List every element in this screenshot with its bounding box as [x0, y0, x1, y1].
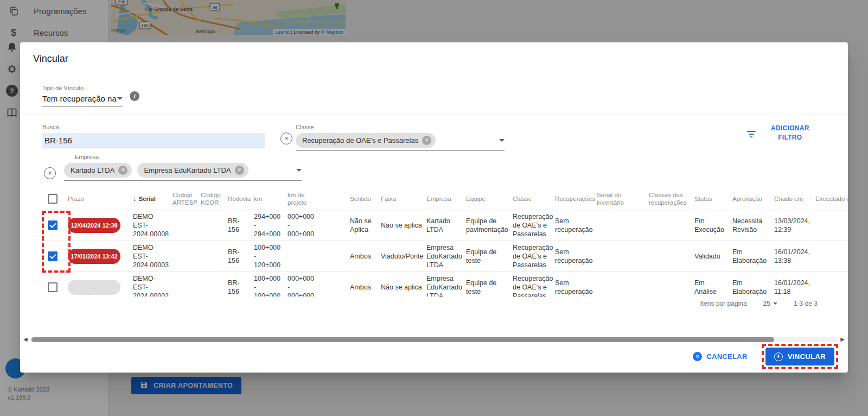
table-row[interactable]: - DEMO-EST- 2024.00002 BR- 156 100+000 -… [42, 272, 848, 297]
modal-footer: × CANCELAR + VINCULAR [693, 344, 838, 369]
select-all-checkbox[interactable] [48, 194, 58, 204]
prazo-badge: 17/01/2024 13:42 [68, 249, 120, 264]
col-header-serial[interactable]: ↓Serial [133, 188, 173, 210]
scroll-right-icon[interactable]: ▶ [840, 336, 845, 343]
pagination: Itens por página 25 1-3 de 3 [700, 300, 818, 307]
empresa-chip: Empresa EduKartado LTDA × [137, 163, 248, 178]
table-row[interactable]: 17/01/2024 13:42 DEMO-EST- 2024.00003 BR… [42, 241, 848, 272]
clear-empresa-icon[interactable]: × [44, 167, 56, 179]
table-row[interactable]: 12/04/2024 12:39 DEMO-EST- 2024.00008 BR… [42, 210, 848, 241]
prazo-badge: 12/04/2024 12:39 [68, 218, 120, 233]
col-header-criado-em[interactable]: Criado em [774, 188, 815, 210]
col-header-codigo-kcor[interactable]: Código KCOR [201, 188, 228, 210]
prazo-badge: - [68, 280, 120, 295]
empresa-select[interactable]: Kartado LTDA × Empresa EduKartado LTDA × [64, 163, 302, 181]
filter-icon[interactable] [747, 129, 756, 137]
annotation-vincular-highlight: + VINCULAR [762, 344, 838, 369]
filter-actions: ADICIONAR FILTRO [747, 124, 809, 142]
tipo-vinculo-select[interactable]: Tem recuperação na [42, 94, 123, 107]
busca-label: Busca [42, 124, 265, 130]
col-header-serial-inventario[interactable]: Serial do inventário [597, 188, 649, 210]
col-header-km-projeto[interactable]: km de projeto [288, 188, 350, 210]
tipo-vinculo-field: Tipo de Vínculo Tem recuperação na [42, 85, 123, 107]
classe-field: Classe Recuperação de OAE's e Passarelas… [296, 124, 505, 151]
info-icon[interactable]: i [130, 91, 139, 101]
remove-chip-icon[interactable]: × [422, 136, 431, 145]
col-header-sentido[interactable]: Sentido [350, 188, 381, 210]
results-table: Prazo ↓Serial Código ARTESP Código KCOR … [42, 188, 848, 297]
add-filter-button[interactable]: ADICIONAR FILTRO [771, 124, 809, 142]
row-checkbox[interactable] [48, 220, 58, 230]
col-header-equipe[interactable]: Equipe [466, 188, 513, 210]
chevron-down-icon [499, 139, 505, 142]
remove-chip-icon[interactable]: × [118, 166, 127, 175]
row-checkbox[interactable] [48, 251, 58, 261]
scroll-left-icon[interactable]: ◀ [23, 336, 28, 343]
items-per-page-label: Itens por página [700, 300, 747, 307]
col-header-status[interactable]: Status [694, 188, 732, 210]
remove-chip-icon[interactable]: × [235, 166, 244, 175]
vincular-modal: Vincular Tipo de Vínculo Tem recuperação… [20, 42, 848, 373]
col-header-rodovia[interactable]: Rodovia [228, 188, 254, 210]
col-header-codigo-artesp[interactable]: Código ARTESP [173, 188, 201, 210]
col-header-faixa[interactable]: Faixa [381, 188, 426, 210]
col-header-recuperacoes[interactable]: Recuperações [555, 188, 597, 210]
col-header-aprovacao[interactable]: Aprovação [732, 188, 774, 210]
table-header-row: Prazo ↓Serial Código ARTESP Código KCOR … [42, 188, 848, 210]
classe-label: Classe [296, 124, 505, 130]
page-range-label: 1-3 de 3 [794, 300, 818, 307]
scrollbar-track[interactable] [30, 337, 838, 342]
empresa-field: Empresa Kartado LTDA × Empresa EduKartad… [64, 154, 302, 181]
col-header-classe[interactable]: Classe [513, 188, 555, 210]
page-size-select[interactable]: 25 [763, 300, 777, 307]
col-header-km[interactable]: km [254, 188, 288, 210]
search-input[interactable]: BR-156 [42, 133, 265, 148]
results-table-container[interactable]: Prazo ↓Serial Código ARTESP Código KCOR … [42, 188, 848, 297]
empresa-label: Empresa [75, 154, 302, 160]
row-checkbox[interactable] [48, 282, 58, 292]
section-divider [20, 115, 848, 115]
col-header-empresa[interactable]: Empresa [426, 188, 466, 210]
horizontal-scrollbar: ◀ ▶ [23, 336, 845, 343]
modal-title: Vincular [33, 53, 68, 65]
col-header-classes-recuperacoes[interactable]: Classes das recuperações [649, 188, 694, 210]
vincular-button[interactable]: + VINCULAR [765, 348, 834, 365]
clear-search-icon[interactable]: × [280, 133, 292, 144]
tipo-vinculo-label: Tipo de Vínculo [42, 85, 123, 91]
chevron-down-icon [773, 302, 777, 305]
empresa-chip: Kartado LTDA × [64, 163, 132, 178]
sort-desc-icon: ↓ [133, 194, 137, 203]
col-header-executado-em[interactable]: Executado em [815, 188, 848, 210]
classe-chip: Recuperação de OAE's e Passarelas × [296, 133, 436, 148]
busca-field: Busca BR-156 [42, 124, 265, 148]
scrollbar-thumb[interactable] [31, 337, 775, 342]
chevron-down-icon [117, 97, 123, 100]
classe-select[interactable]: Recuperação de OAE's e Passarelas × [296, 133, 505, 151]
close-icon: × [693, 352, 702, 361]
chevron-down-icon [296, 169, 302, 172]
cancel-button[interactable]: × CANCELAR [693, 352, 747, 361]
col-header-prazo[interactable]: Prazo [68, 188, 133, 210]
add-circle-icon: + [774, 352, 783, 361]
